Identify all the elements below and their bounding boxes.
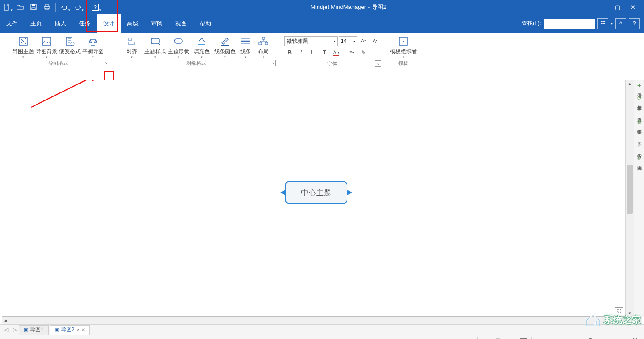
doc-tab-2[interactable]: ▣ 导图2 ↗ ✕ <box>50 325 90 335</box>
grow-font-icon: A▴ <box>360 38 366 45</box>
gantt-view-button[interactable]: ▥ <box>505 336 516 339</box>
scroll-up-icon[interactable]: ▲ <box>626 80 634 87</box>
menu-file[interactable]: 文件 <box>0 14 24 33</box>
caret-down-icon: ▾ <box>402 55 404 59</box>
dialog-launcher-icon[interactable]: ↘ <box>103 60 109 66</box>
scroll-left-icon[interactable]: ◀ <box>2 318 9 323</box>
calendar-button[interactable]: 24 <box>518 336 529 339</box>
italic-button[interactable]: I <box>296 48 307 58</box>
side-library[interactable]: ☷库 <box>634 128 644 140</box>
window-title: Mindjet MindManager - 导图2 <box>102 3 595 11</box>
side-task-info[interactable]: ◔任务信息 <box>634 92 644 104</box>
separator <box>344 49 344 57</box>
ribbon-align[interactable]: 对齐 ▾ <box>120 34 144 59</box>
close-tab-icon[interactable]: ✕ <box>81 327 85 332</box>
menu-task[interactable]: 任务 <box>72 14 97 33</box>
fit-window-button[interactable]: ⛶ <box>630 336 640 339</box>
ribbon-line-color[interactable]: 线条颜色 ▾ <box>213 34 237 59</box>
ruler-icon[interactable]: ☳ <box>597 18 608 29</box>
ribbon-group-map-format: 导图主题 ▾ 导图背景 ▾ 便笺格式 平衡导图 ▾ 导图格式 ↘ <box>4 33 112 80</box>
ribbon-topic-shape[interactable]: 主题形状 ▾ <box>167 34 190 59</box>
shrink-font-icon: A▾ <box>373 38 377 44</box>
ribbon-note-format[interactable]: 便笺格式 <box>58 34 81 54</box>
tab-scroll-right[interactable]: ▷ <box>11 326 18 333</box>
minimize-button[interactable]: — <box>595 1 610 13</box>
menu-home[interactable]: 主页 <box>24 14 48 33</box>
ribbon-topic-style[interactable]: 主题样式 ▾ <box>144 34 167 59</box>
caret-down-icon[interactable]: ▾ <box>611 21 613 25</box>
find-input[interactable] <box>544 19 595 29</box>
menu-insert[interactable]: 插入 <box>48 14 72 33</box>
font-color-button[interactable]: A▾ <box>331 48 342 58</box>
ribbon-fill-color[interactable]: 填充色 ▾ <box>190 34 213 59</box>
view-map-button[interactable]: ▤ <box>451 336 462 339</box>
qat-save-button[interactable] <box>27 1 40 13</box>
menu-help[interactable]: 帮助 <box>193 14 217 33</box>
central-topic[interactable]: 中心主题 <box>285 181 347 204</box>
menu-design[interactable]: 设计 <box>97 14 121 33</box>
tab-scroll-left[interactable]: ◁ <box>3 326 10 333</box>
dialog-launcher-icon[interactable]: ↘ <box>375 60 381 67</box>
svg-line-22 <box>31 80 100 107</box>
zoom-in-button[interactable]: + <box>617 336 628 339</box>
person-icon: ☺ <box>636 106 643 113</box>
popout-icon[interactable]: ↗ <box>76 328 80 332</box>
svg-point-10 <box>71 42 74 46</box>
ribbon-map-theme[interactable]: 导图主题 ▾ <box>12 34 35 59</box>
qat-help-button[interactable]: ? ▾ <box>89 1 102 13</box>
qat-undo-button[interactable]: ▾ <box>58 1 71 13</box>
align-button[interactable]: ≡▾ <box>347 48 357 58</box>
caret-down-icon: ▾ <box>22 55 24 59</box>
qat-new-button[interactable]: ▾ <box>0 1 13 13</box>
help-icon[interactable]: ? <box>629 18 640 29</box>
svg-rect-0 <box>4 4 8 10</box>
qat-redo-button[interactable]: ▾ <box>72 1 84 13</box>
maximize-button[interactable]: ▢ <box>610 1 625 13</box>
side-map-parts[interactable]: ▦导图部件 <box>634 116 644 128</box>
canvas[interactable]: 中心主题 ⛶ <box>2 80 625 317</box>
doc-tab-1[interactable]: ▣ 导图1 <box>19 325 49 335</box>
vertical-scrollbar[interactable]: ▲ ▼ <box>625 80 634 317</box>
collapse-ribbon-icon[interactable]: ^ <box>615 18 626 29</box>
ribbon-group-template: 模板组织者 ▾ 模板 <box>386 33 421 80</box>
strikethrough-button[interactable]: T <box>319 48 330 58</box>
underline-button[interactable]: U <box>308 48 318 58</box>
ribbon-template-organizer[interactable]: 模板组织者 ▾ <box>390 34 417 59</box>
svg-rect-5 <box>45 5 49 6</box>
font-name-combo[interactable]: 微软雅黑▾ <box>284 36 338 46</box>
side-search[interactable]: ⌕搜索 <box>634 140 644 152</box>
side-browser[interactable]: ◍浏览器 <box>634 152 644 164</box>
scroll-thumb[interactable] <box>627 165 633 214</box>
ribbon-group-font: 微软雅黑▾ 14▾ A▴ A▾ B I U T A▾ ≡▾ ✎ 字体 ↘ <box>281 33 384 80</box>
side-index[interactable]: ✚索引 <box>634 80 644 92</box>
filter-button[interactable]: ▼▾ <box>464 336 475 339</box>
qat-print-button[interactable] <box>41 1 53 13</box>
menu-review[interactable]: 审阅 <box>145 14 169 33</box>
outline-view-button[interactable]: ☰ <box>493 336 504 339</box>
clock-icon: ◔ <box>636 94 643 101</box>
separator <box>113 35 113 70</box>
line-color-icon <box>219 35 231 47</box>
ribbon-balance-map[interactable]: 平衡导图 ▾ <box>81 34 105 59</box>
close-button[interactable]: ✕ <box>625 1 640 13</box>
bold-button[interactable]: B <box>284 48 295 58</box>
menu-advanced[interactable]: 高级 <box>121 14 145 33</box>
ribbon-map-background[interactable]: 导图背景 ▾ <box>35 34 58 59</box>
shrink-font-button[interactable]: A▾ <box>370 36 381 46</box>
horizontal-scrollbar[interactable]: ◀ ▶ <box>2 317 642 324</box>
side-resources[interactable]: ☺资源 <box>634 104 644 116</box>
target-button[interactable]: ◎▾ <box>480 336 491 339</box>
font-size-combo[interactable]: 14▾ <box>339 36 357 46</box>
map-icon: ▣ <box>24 327 28 333</box>
zoom-out-button[interactable]: − <box>554 336 564 339</box>
menu-view[interactable]: 视图 <box>169 14 193 33</box>
ribbon-line[interactable]: 线条 ▾ <box>237 34 254 59</box>
print-icon <box>43 4 51 11</box>
clear-format-button[interactable]: ✎ <box>358 48 369 58</box>
qat-open-button[interactable] <box>14 1 26 13</box>
grow-font-button[interactable]: A▴ <box>358 36 369 46</box>
ribbon-layout[interactable]: 布局 ▾ <box>254 34 272 59</box>
dialog-launcher-icon[interactable]: ↘ <box>270 60 276 66</box>
globe-icon: ◍ <box>636 154 643 161</box>
watermark: 系统之家 <box>585 313 641 326</box>
